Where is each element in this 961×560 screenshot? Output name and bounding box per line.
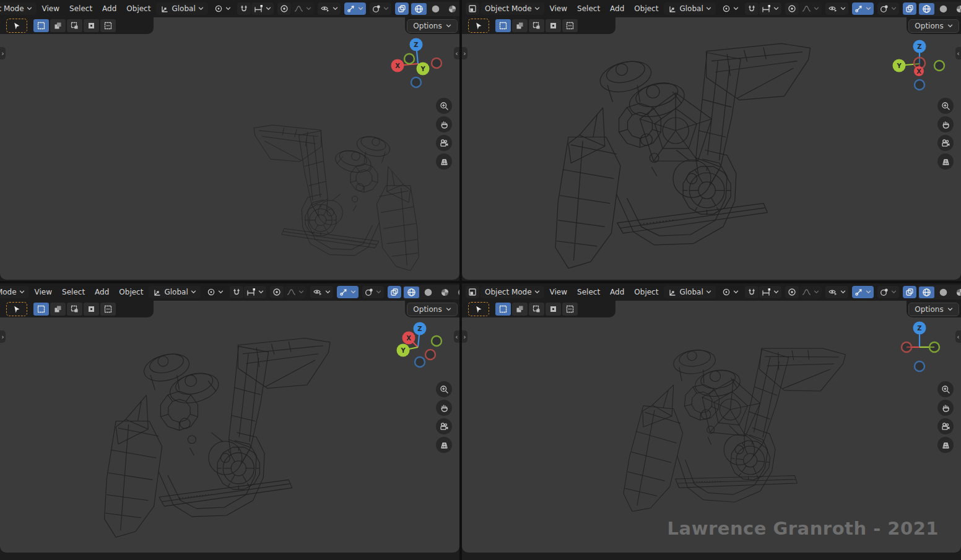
- sidebar-expand-tab[interactable]: ‹: [454, 330, 459, 343]
- active-tool-button[interactable]: [468, 19, 489, 33]
- select-mode-subtract[interactable]: [67, 303, 82, 316]
- menu-add[interactable]: Add: [606, 286, 628, 298]
- options-dropdown[interactable]: Options: [407, 19, 457, 33]
- gizmo-axis-ball-x[interactable]: [425, 350, 435, 360]
- wireframe-shading-button[interactable]: [919, 3, 934, 15]
- options-dropdown[interactable]: Options: [908, 19, 959, 33]
- snap-target-dropdown[interactable]: [759, 2, 781, 15]
- camera-view-button[interactable]: [937, 418, 954, 434]
- select-mode-subtract[interactable]: [529, 303, 544, 316]
- wireframe-shading-button[interactable]: [919, 286, 934, 298]
- solid-shading-button[interactable]: [936, 3, 951, 15]
- gizmo-axis-ball-y[interactable]: [934, 61, 944, 71]
- menu-select[interactable]: Select: [58, 286, 89, 298]
- select-mode-extend[interactable]: [50, 303, 66, 316]
- zoom-button[interactable]: [436, 98, 452, 114]
- gizmo-axis-ball-x[interactable]: [432, 58, 441, 68]
- xray-toggle-button[interactable]: [903, 2, 916, 15]
- wireframe-shading-button[interactable]: [404, 286, 419, 298]
- material-shading-button[interactable]: [437, 286, 453, 298]
- sidebar-expand-tab[interactable]: ‹: [454, 47, 459, 59]
- transform-orientation-dropdown[interactable]: Global: [149, 286, 200, 298]
- select-mode-intersect[interactable]: [100, 19, 116, 32]
- toggle-ortho-button[interactable]: [937, 153, 954, 170]
- viewport-canvas[interactable]: Options ZYX: [462, 17, 961, 280]
- show-overlays-dropdown[interactable]: [877, 286, 899, 298]
- gizmo-axis-ball-z[interactable]: [411, 77, 421, 87]
- active-tool-button[interactable]: [6, 19, 27, 33]
- select-mode-set[interactable]: [495, 303, 511, 316]
- solid-shading-button[interactable]: [420, 286, 436, 298]
- object-visibility-dropdown[interactable]: [318, 2, 341, 15]
- select-mode-intersect[interactable]: [562, 303, 578, 316]
- zoom-button[interactable]: [436, 381, 452, 397]
- pivot-point-dropdown[interactable]: [212, 2, 233, 15]
- active-tool-button[interactable]: [468, 302, 489, 316]
- gizmo-axis-ball-z[interactable]: [915, 80, 924, 90]
- pan-button[interactable]: [937, 116, 954, 132]
- viewport-canvas[interactable]: Options ZXY: [0, 17, 459, 280]
- mode-dropdown[interactable]: Object Mode: [0, 286, 29, 298]
- show-gizmo-dropdown[interactable]: [852, 2, 874, 15]
- select-mode-extend[interactable]: [50, 19, 66, 32]
- menu-view[interactable]: View: [30, 286, 56, 298]
- pivot-point-dropdown[interactable]: [720, 2, 741, 15]
- transform-orientation-dropdown[interactable]: Global: [664, 2, 715, 15]
- gizmo-axis-ball-y[interactable]: [404, 54, 414, 64]
- select-mode-set[interactable]: [495, 19, 511, 32]
- pan-button[interactable]: [436, 400, 452, 416]
- xray-toggle-button[interactable]: [388, 286, 401, 298]
- mode-dropdown[interactable]: Object Mode: [480, 2, 544, 15]
- select-mode-invert[interactable]: [546, 303, 561, 316]
- gizmo-axis-ball-y[interactable]: [432, 336, 441, 346]
- select-mode-extend[interactable]: [512, 303, 528, 316]
- menu-view[interactable]: View: [546, 286, 572, 298]
- pivot-point-dropdown[interactable]: [720, 286, 741, 298]
- menu-view[interactable]: View: [38, 2, 64, 15]
- select-mode-set[interactable]: [33, 19, 49, 32]
- options-dropdown[interactable]: Options: [908, 303, 959, 316]
- menu-object[interactable]: Object: [630, 2, 663, 15]
- select-mode-subtract[interactable]: [67, 19, 82, 32]
- navigation-gizmo[interactable]: ZXY: [384, 313, 452, 381]
- select-mode-invert[interactable]: [546, 19, 561, 32]
- object-visibility-dropdown[interactable]: [825, 2, 848, 15]
- show-gizmo-dropdown[interactable]: [344, 2, 366, 15]
- gizmo-axis-ball-z[interactable]: [415, 357, 425, 367]
- zoom-button[interactable]: [937, 381, 954, 397]
- toolbar-expand-tab[interactable]: ›: [462, 330, 467, 343]
- menu-view[interactable]: View: [546, 2, 572, 15]
- toolbar-expand-tab[interactable]: ›: [0, 330, 6, 343]
- wireframe-shading-button[interactable]: [411, 3, 427, 15]
- select-mode-set[interactable]: [33, 303, 49, 316]
- menu-object[interactable]: Object: [115, 286, 147, 298]
- solid-shading-button[interactable]: [428, 3, 443, 15]
- navigation-gizmo[interactable]: Z: [885, 313, 954, 381]
- editor-type-button[interactable]: [466, 2, 479, 15]
- navigation-gizmo[interactable]: ZYX: [885, 30, 954, 98]
- snap-target-dropdown[interactable]: [759, 286, 781, 298]
- snap-toggle-button[interactable]: [230, 286, 243, 298]
- options-dropdown[interactable]: Options: [407, 303, 457, 316]
- menu-select[interactable]: Select: [573, 286, 604, 298]
- pivot-point-dropdown[interactable]: [204, 286, 226, 298]
- show-gizmo-dropdown[interactable]: [337, 286, 359, 298]
- navigation-gizmo[interactable]: ZXY: [384, 30, 452, 98]
- select-mode-invert[interactable]: [84, 303, 99, 316]
- show-gizmo-dropdown[interactable]: [852, 286, 874, 298]
- xray-toggle-button[interactable]: [903, 286, 916, 298]
- falloff-dropdown[interactable]: [284, 286, 307, 298]
- menu-object[interactable]: Object: [630, 286, 663, 298]
- menu-add[interactable]: Add: [606, 2, 628, 15]
- snap-toggle-button[interactable]: [745, 286, 759, 298]
- mode-dropdown[interactable]: Object Mode: [480, 286, 544, 298]
- pan-button[interactable]: [937, 400, 954, 416]
- sidebar-expand-tab[interactable]: ‹: [955, 330, 961, 343]
- gizmo-axis-ball-z[interactable]: [915, 361, 924, 371]
- viewport-canvas[interactable]: Options ZXY: [0, 301, 459, 553]
- show-overlays-dropdown[interactable]: [370, 2, 391, 15]
- menu-select[interactable]: Select: [573, 2, 604, 15]
- falloff-dropdown[interactable]: [799, 286, 822, 298]
- proportional-editing-button[interactable]: [785, 2, 799, 15]
- rendered-shading-button[interactable]: [454, 286, 459, 298]
